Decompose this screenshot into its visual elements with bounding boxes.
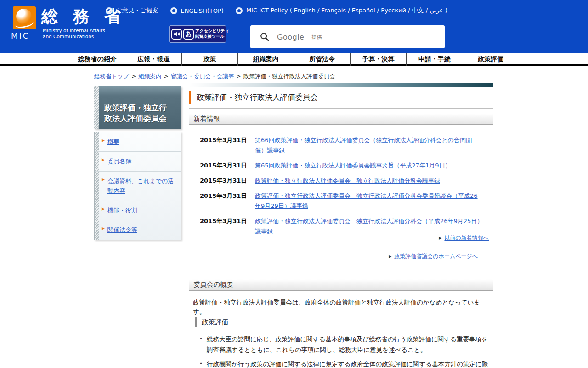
breadcrumb-separator: > <box>131 73 136 80</box>
older-news-link-label: 以前の新着情報へ <box>444 234 489 242</box>
logo-subtitle-line1: Ministry of Internal Affairs <box>43 28 105 34</box>
sidebar-item-overview[interactable]: ▶ 概要 <box>95 132 181 152</box>
breadcrumb-organization[interactable]: 組織案内 <box>138 73 161 80</box>
news-row: 2015年3月31日 第65回政策評価・独立行政法人評価委員会議事要旨（平成27… <box>189 161 493 171</box>
sidebar-item-laws-label: 関係法令等 <box>107 226 137 233</box>
council-homepage-link-label: 政策評価審議会のホームページへ <box>394 253 478 260</box>
bullet-dot-icon: • <box>199 359 203 368</box>
sidebar-item-functions-label: 機能・役割 <box>107 207 137 214</box>
triangle-bullet-icon: ▶ <box>102 226 105 230</box>
breadcrumb-home[interactable]: 総務省トップ <box>94 73 129 80</box>
circle-bullet-icon <box>106 7 113 14</box>
policy-evaluation-subheading: 政策評価 <box>195 317 228 327</box>
council-homepage-link[interactable]: ▶ 政策評価審議会のホームページへ <box>389 253 478 260</box>
sidebar-item-functions[interactable]: ▶ 機能・役割 <box>95 201 181 220</box>
overview-section-heading: 委員会の概要 <box>189 279 493 291</box>
nav-item-press[interactable]: 広報・報道 <box>125 53 181 66</box>
triangle-bullet-icon: ▶ <box>102 138 105 143</box>
sidebar-item-members[interactable]: ▶ 委員名簿 <box>95 152 181 171</box>
news-row: 2015年3月31日 政策評価・独立行政法人評価委員会 独立行政法人評価分科会委… <box>189 191 493 211</box>
sidebar-item-overview-label: 概要 <box>107 138 119 145</box>
sidebar-menu: ▶ 概要 ▶ 委員名簿 ▶ 会議資料、これまでの活動内容 ▶ 機能・役割 ▶ 関… <box>94 132 181 240</box>
circle-bullet-icon <box>170 7 177 14</box>
news-link: 第66回政策評価・独立行政法人評価委員会（独立行政法人評価分科会との合同開催）議… <box>255 135 483 155</box>
mic-logo-icon: MIC <box>13 6 36 29</box>
sidebar-item-laws[interactable]: ▶ 関係法令等 <box>95 220 181 239</box>
triangle-bullet-icon: ▶ <box>102 207 105 211</box>
page-title-block: 政策評価・独立行政法人評価委員会 <box>189 91 493 109</box>
news-list: 2015年3月31日 第66回政策評価・独立行政法人評価委員会（独立行政法人評価… <box>189 135 493 242</box>
news-link: 政策評価・独立行政法人評価委員会 独立行政法人評価分科会（平成26年9月25日）… <box>255 216 483 236</box>
news-link: 政策評価・独立行政法人評価委員会 独立行政法人評価分科会議事録 <box>255 176 483 186</box>
news-link-anchor[interactable]: 第66回政策評価・独立行政法人評価委員会（独立行政法人評価分科会との合同開催）議… <box>255 137 472 154</box>
page: MIC 総 務 省 Ministry of Internal Affairs a… <box>0 0 588 368</box>
news-link: 第65回政策評価・独立行政法人評価委員会議事要旨（平成27年1月9日） <box>255 161 483 171</box>
sidebar-item-members-label: 委員名簿 <box>107 158 131 165</box>
breadcrumb-separator: > <box>164 73 168 80</box>
news-date: 2015年3月31日 <box>189 161 255 171</box>
news-link-anchor[interactable]: 政策評価・独立行政法人評価委員会 独立行政法人評価分科会議事録 <box>255 177 440 184</box>
bullet-dot-icon: • <box>199 334 203 355</box>
news-link-anchor[interactable]: 政策評価・独立行政法人評価委員会 独立行政法人評価分科会委員懇談会（平成26年9… <box>255 192 478 209</box>
speaker-icon <box>171 29 182 40</box>
triangle-bullet-icon: ▶ <box>102 157 105 162</box>
page-title: 政策評価・独立行政法人評価委員会 <box>189 91 493 104</box>
overview-intro: 政策評価・独立行政法人評価委員会は、政府全体の政策評価と独立行政法人評価のかなめ… <box>193 298 492 316</box>
news-date: 2015年3月31日 <box>189 176 255 186</box>
news-row: 2015年3月31日 政策評価・独立行政法人評価委員会 独立行政法人評価分科会議… <box>189 176 493 186</box>
news-date: 2015年3月31日 <box>189 216 255 236</box>
news-date: 2015年3月31日 <box>189 191 255 211</box>
nav-item-introduction[interactable]: 総務省の紹介 <box>69 53 125 66</box>
logo-subtitle: Ministry of Internal Affairs and Communi… <box>43 28 105 40</box>
news-link: 政策評価・独立行政法人評価委員会 独立行政法人評価分科会委員懇談会（平成26年9… <box>255 191 483 211</box>
news-date: 2015年3月31日 <box>189 135 255 155</box>
link-goiken[interactable]: ご意見・ご提案 <box>106 6 158 15</box>
triangle-bullet-icon: ▶ <box>439 236 441 240</box>
policy-evaluation-bullets: • 総務大臣の諮問に応じ、政策評価に関する基本的事項及び総務省の行う政策評価に関… <box>199 334 492 368</box>
triangle-bullet-icon: ▶ <box>389 254 391 259</box>
sidebar-item-materials-label: 会議資料、これまでの活動内容 <box>107 178 174 194</box>
logo-mic-text: MIC <box>11 31 30 40</box>
news-row: 2015年3月31日 第66回政策評価・独立行政法人評価委員会（独立行政法人評価… <box>189 135 493 155</box>
sidebar-title: 政策評価・独立行政法人評価委員会 <box>104 103 173 124</box>
bullet-item: • 行政機関が行う政策の評価に関する法律に規定する政府全体の政策評価に関する基本… <box>199 359 492 368</box>
sidebar-title-box: 政策評価・独立行政法人評価委員会 <box>94 86 181 129</box>
news-section-heading: 新着情報 <box>189 114 493 125</box>
news-row: 2015年3月31日 政策評価・独立行政法人評価委員会 独立行政法人評価分科会（… <box>189 216 493 236</box>
news-link-anchor[interactable]: 政策評価・独立行政法人評価委員会 独立行政法人評価分科会（平成26年9月25日）… <box>255 218 483 235</box>
main-content: 政策評価・独立行政法人評価委員会 新着情報 2015年3月31日 第66回政策評… <box>189 0 493 368</box>
logo-subtitle-line2: and Communications <box>43 34 105 40</box>
bullet-text: 総務大臣の諮問に応じ、政策評価に関する基本的事項及び総務省の行う政策評価に関する… <box>207 334 492 355</box>
bullet-item: • 総務大臣の諮問に応じ、政策評価に関する基本的事項及び総務省の行う政策評価に関… <box>199 334 492 355</box>
news-link-anchor[interactable]: 第65回政策評価・独立行政法人評価委員会議事要旨（平成27年1月9日） <box>255 162 451 169</box>
older-news-link[interactable]: ▶ 以前の新着情報へ <box>439 234 489 242</box>
sidebar-item-materials[interactable]: ▶ 会議資料、これまでの活動内容 <box>95 172 181 201</box>
link-goiken-label: ご意見・ご提案 <box>116 6 158 15</box>
bullet-text: 行政機関が行う政策の評価に関する法律に規定する政府全体の政策評価に関する基本方針… <box>207 359 492 368</box>
triangle-bullet-icon: ▶ <box>102 177 105 182</box>
